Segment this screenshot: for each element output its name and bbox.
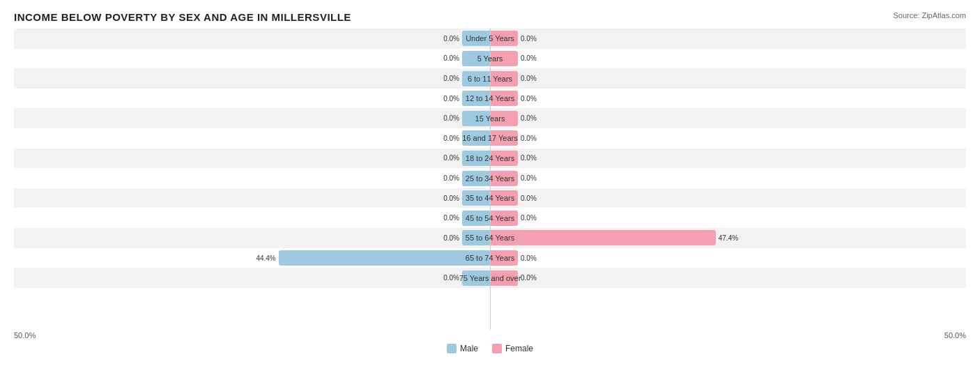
left-section: 0.0%: [14, 108, 490, 128]
center-line: [490, 29, 491, 330]
male-bar: [462, 31, 490, 46]
female-bar: [490, 31, 518, 46]
male-value: 0.0%: [443, 274, 459, 282]
left-section: 0.0%: [14, 188, 490, 208]
female-bar: [490, 151, 518, 166]
left-section: 0.0%: [14, 29, 490, 49]
right-section: 0.0%: [490, 148, 966, 169]
right-section: 0.0%: [490, 108, 966, 128]
legend-male-box: [447, 344, 457, 353]
left-section: 0.0%: [14, 89, 490, 109]
left-section: 0.0%: [14, 168, 490, 188]
male-bar: [279, 250, 490, 266]
female-value: 0.0%: [521, 274, 537, 282]
female-bar: [490, 250, 518, 266]
right-section: 0.0%: [490, 268, 966, 288]
male-bar: [462, 51, 490, 66]
male-bar: [462, 91, 490, 106]
male-bar: [462, 151, 490, 166]
male-value: 0.0%: [443, 214, 459, 222]
left-section: 0.0%: [14, 208, 490, 228]
right-section: 0.0%: [490, 128, 966, 148]
right-axis-label: 50.0%: [944, 331, 966, 340]
female-bar: [490, 230, 716, 245]
female-value: 0.0%: [521, 174, 537, 182]
chart-rows: 0.0%Under 5 Years0.0%0.0%5 Years0.0%0.0%…: [14, 29, 966, 330]
left-section: 0.0%: [14, 148, 490, 169]
female-bar: [490, 111, 518, 126]
legend-male-label: Male: [460, 344, 478, 353]
male-bar: [462, 111, 490, 126]
female-value: 0.0%: [521, 114, 537, 122]
female-bar: [490, 71, 518, 86]
left-section: 0.0%: [14, 268, 490, 288]
left-section: 0.0%: [14, 128, 490, 148]
male-bar: [462, 71, 490, 86]
female-value: 0.0%: [521, 35, 537, 43]
female-bar: [490, 270, 518, 286]
left-section: 44.4%: [14, 248, 490, 268]
male-value: 0.0%: [443, 35, 459, 43]
male-value: 0.0%: [443, 174, 459, 182]
legend-female-label: Female: [505, 344, 533, 353]
female-value: 0.0%: [521, 154, 537, 162]
legend-male: Male: [447, 344, 478, 353]
male-value: 0.0%: [443, 114, 459, 122]
left-axis-label: 50.0%: [14, 331, 36, 340]
right-section: 0.0%: [490, 49, 966, 69]
male-bar: [462, 130, 490, 146]
female-value: 0.0%: [521, 135, 537, 142]
right-section: 0.0%: [490, 248, 966, 268]
legend-female: Female: [492, 344, 533, 353]
female-bar: [490, 190, 518, 206]
right-section: 0.0%: [490, 188, 966, 208]
chart-container: INCOME BELOW POVERTY BY SEX AND AGE IN M…: [0, 0, 980, 389]
male-value: 44.4%: [256, 254, 275, 262]
axis-labels: 50.0% 50.0%: [14, 331, 966, 340]
female-bar: [490, 211, 518, 226]
left-section: 0.0%: [14, 228, 490, 248]
right-section: 0.0%: [490, 68, 966, 89]
female-value: 0.0%: [521, 214, 537, 222]
left-section: 0.0%: [14, 49, 490, 69]
male-value: 0.0%: [443, 135, 459, 142]
male-value: 0.0%: [443, 95, 459, 102]
right-section: 47.4%: [490, 228, 966, 248]
female-value: 0.0%: [521, 194, 537, 202]
source-label: Source: ZipAtlas.com: [893, 11, 966, 20]
male-bar: [462, 171, 490, 186]
female-value: 0.0%: [521, 254, 537, 262]
female-value: 0.0%: [521, 95, 537, 102]
female-bar: [490, 171, 518, 186]
female-bar: [490, 51, 518, 66]
male-value: 0.0%: [443, 75, 459, 82]
left-section: 0.0%: [14, 68, 490, 89]
right-section: 0.0%: [490, 208, 966, 228]
chart-title: INCOME BELOW POVERTY BY SEX AND AGE IN M…: [14, 11, 966, 23]
male-bar: [462, 211, 490, 226]
right-section: 0.0%: [490, 168, 966, 188]
right-section: 0.0%: [490, 29, 966, 49]
female-value: 0.0%: [521, 54, 537, 62]
male-bar: [462, 230, 490, 245]
male-value: 0.0%: [443, 194, 459, 202]
male-value: 0.0%: [443, 54, 459, 62]
female-value: 47.4%: [719, 234, 738, 242]
female-bar: [490, 130, 518, 146]
male-bar: [462, 190, 490, 206]
right-section: 0.0%: [490, 89, 966, 109]
male-bar: [462, 270, 490, 286]
legend-female-box: [492, 344, 502, 353]
legend: Male Female: [14, 344, 966, 353]
female-bar: [490, 91, 518, 106]
male-value: 0.0%: [443, 234, 459, 242]
female-value: 0.0%: [521, 75, 537, 82]
male-value: 0.0%: [443, 154, 459, 162]
